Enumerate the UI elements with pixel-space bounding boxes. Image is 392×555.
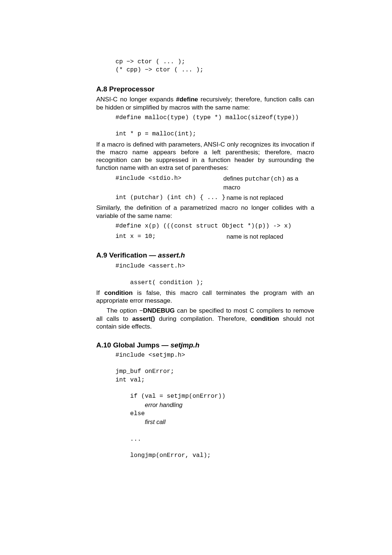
document-page: cp −> ctor ( ... ); (* cpp) −> ctor ( ..… <box>0 0 392 555</box>
annotation: name is not replaced <box>227 194 283 202</box>
s9-para2: The option −DNDEBUG can be specified to … <box>96 307 314 330</box>
s8-para3: Similarly, the definition of a parametri… <box>96 204 314 220</box>
dndebug-keyword: DNDEBUG <box>143 307 175 314</box>
section-a10-heading: A.10 Global Jumps — setjmp.h <box>96 341 314 350</box>
code: #include <stdio.h> <box>115 174 223 192</box>
annotation: defines putchar(ch) as a macro <box>223 174 314 192</box>
section-a8-heading: A.8 Preprocessor <box>96 85 314 94</box>
s8-para1: ANSI-C no longer expands #define recursi… <box>96 95 314 111</box>
annotation: name is not replaced <box>227 232 283 240</box>
code: int (putchar) (int ch) { ... } <box>115 194 227 202</box>
assert-keyword: assert() <box>132 315 155 322</box>
top-code-snippet: cp −> ctor ( ... ); (* cpp) −> ctor ( ..… <box>115 58 314 74</box>
heading-text: A.10 Global Jumps — <box>96 341 171 349</box>
heading-text: A.9 Verification — <box>96 251 158 259</box>
heading-file: setjmp.h <box>171 341 200 349</box>
text: ANSI- <box>96 96 113 103</box>
define-keyword: #define <box>176 96 198 103</box>
s9-para1: If condition is false, this macro call t… <box>96 289 314 305</box>
s8-code1: #define malloc(type) (type *) malloc(siz… <box>115 114 314 138</box>
condition-keyword: condition <box>251 315 279 322</box>
condition-keyword: condition <box>104 289 133 296</box>
heading-file: assert.h <box>158 251 185 259</box>
text: no longer expands <box>118 96 176 103</box>
code: int x = 10; <box>115 232 227 240</box>
s9-code: #include <assert.h> assert( condition ); <box>115 262 314 287</box>
s8-row2: int (putchar) (int ch) { ... } name is n… <box>115 194 314 202</box>
text: C <box>113 96 117 103</box>
s8-row3: int x = 10; name is not replaced <box>115 232 314 240</box>
s8-code3: #define x(p) (((const struct Object *)(p… <box>115 222 314 230</box>
section-a9-heading: A.9 Verification — assert.h <box>96 251 314 260</box>
s8-row1: #include <stdio.h> defines putchar(ch) a… <box>115 174 314 192</box>
s8-para2: If a macro is defined with parameters, A… <box>96 141 314 172</box>
s10-code: #include <setjmp.h> jmp_buf onError; int… <box>115 351 314 460</box>
